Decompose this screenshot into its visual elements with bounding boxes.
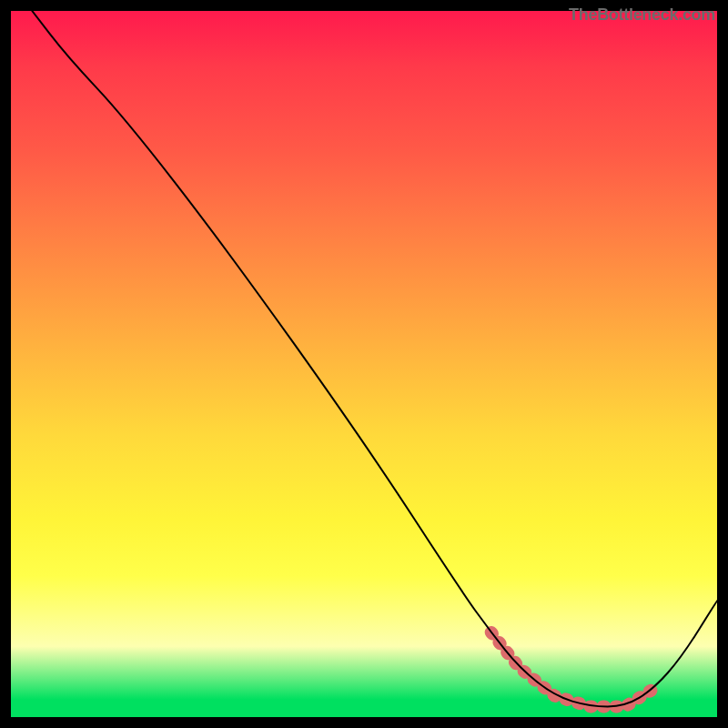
main-path xyxy=(32,11,717,706)
curve-layer xyxy=(11,11,717,717)
chart-frame: TheBottleneck.com xyxy=(0,0,728,728)
highlight-path xyxy=(491,632,654,707)
plot-area xyxy=(11,11,717,717)
watermark-text: TheBottleneck.com xyxy=(569,5,715,25)
